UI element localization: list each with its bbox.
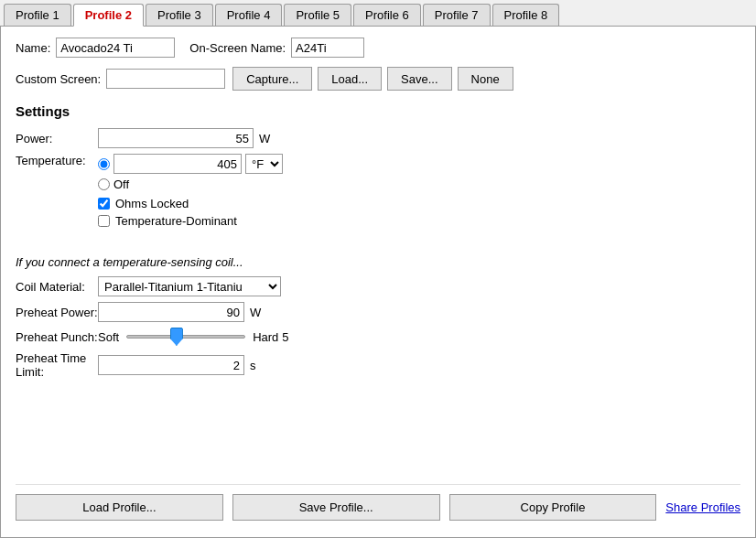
ohms-locked-label: Ohms Locked xyxy=(115,197,189,210)
power-field[interactable] xyxy=(98,128,254,148)
tab-profile8[interactable]: Profile 8 xyxy=(492,4,560,26)
ohms-locked-row: Ohms Locked xyxy=(98,197,283,210)
preheat-power-row: Preheat Power: W xyxy=(16,302,740,322)
tab-profile3[interactable]: Profile 3 xyxy=(146,4,213,26)
coil-material-row: Coil Material: Parallel-Titanium 1-Titan… xyxy=(16,276,740,296)
preheat-time-field[interactable] xyxy=(98,355,244,375)
preheat-punch-slider-container[interactable] xyxy=(126,328,245,346)
settings-block: Power: W Temperature: °F °C xyxy=(16,128,740,235)
onscreen-name-field[interactable] xyxy=(291,38,364,58)
temp-radio-off[interactable] xyxy=(98,178,110,190)
load-button[interactable]: Load... xyxy=(318,67,382,91)
custom-screen-row: Custom Screen: Capture... Load... Save..… xyxy=(16,67,740,91)
capture-button[interactable]: Capture... xyxy=(232,67,312,91)
temperature-label: Temperature: xyxy=(16,154,98,167)
hard-label: Hard xyxy=(253,330,278,344)
tab-bar: Profile 1 Profile 2 Profile 3 Profile 4 … xyxy=(0,0,756,27)
onscreen-name-label: On-Screen Name: xyxy=(189,41,286,55)
temp-input-row: °F °C xyxy=(98,154,283,174)
soft-label: Soft xyxy=(98,330,119,344)
power-row: Power: W xyxy=(16,128,740,148)
bottom-bar: Load Profile... Save Profile... Copy Pro… xyxy=(16,484,740,526)
content-area: Name: On-Screen Name: Custom Screen: Cap… xyxy=(0,27,756,538)
name-row: Name: On-Screen Name: xyxy=(16,38,740,58)
slider-track xyxy=(126,335,245,339)
temperature-row: Temperature: °F °C Off xyxy=(16,154,740,231)
slider-thumb[interactable] xyxy=(170,328,183,346)
custom-screen-label: Custom Screen: xyxy=(16,72,101,86)
preheat-power-field[interactable] xyxy=(98,302,244,322)
off-row: Off xyxy=(98,178,283,191)
temp-controls: °F °C Off Ohms Locked Temperatur xyxy=(98,154,283,231)
temp-unit-select[interactable]: °F °C xyxy=(245,154,283,174)
power-label: Power: xyxy=(16,132,98,145)
temp-dominant-checkbox[interactable] xyxy=(98,215,110,227)
temp-dominant-label: Temperature-Dominant xyxy=(115,214,237,228)
ohms-locked-checkbox[interactable] xyxy=(98,198,110,210)
share-profiles-link[interactable]: Share Profiles xyxy=(665,500,740,514)
tab-profile7[interactable]: Profile 7 xyxy=(423,4,491,26)
temp-field[interactable] xyxy=(113,154,242,174)
load-profile-button[interactable]: Load Profile... xyxy=(16,494,223,521)
copy-profile-button[interactable]: Copy Profile xyxy=(449,494,657,521)
preheat-time-row: Preheat Time Limit: s xyxy=(16,351,740,379)
preheat-time-label: Preheat Time Limit: xyxy=(16,351,98,379)
preheat-punch-row: Preheat Punch: Soft Hard 5 xyxy=(16,328,740,346)
temp-radio-on[interactable] xyxy=(98,158,110,170)
power-unit: W xyxy=(259,132,270,145)
coil-material-label: Coil Material: xyxy=(16,280,98,294)
tab-profile1[interactable]: Profile 1 xyxy=(4,4,71,26)
settings-heading: Settings xyxy=(16,103,740,119)
preheat-time-unit: s xyxy=(250,359,256,372)
name-label: Name: xyxy=(16,41,50,55)
preheat-power-label: Preheat Power: xyxy=(16,306,98,319)
coil-section: If you connect a temperature-sensing coi… xyxy=(16,255,740,384)
name-field[interactable] xyxy=(56,38,175,58)
punch-value: 5 xyxy=(282,330,288,344)
save-profile-button[interactable]: Save Profile... xyxy=(232,494,440,521)
custom-screen-field[interactable] xyxy=(106,69,225,89)
coil-heading: If you connect a temperature-sensing coi… xyxy=(16,255,740,269)
tab-profile2[interactable]: Profile 2 xyxy=(73,4,144,27)
tab-profile6[interactable]: Profile 6 xyxy=(353,4,421,26)
main-container: Profile 1 Profile 2 Profile 3 Profile 4 … xyxy=(0,0,756,538)
tab-profile4[interactable]: Profile 4 xyxy=(215,4,283,26)
tab-profile5[interactable]: Profile 5 xyxy=(284,4,351,26)
none-button[interactable]: None xyxy=(458,67,513,91)
preheat-power-unit: W xyxy=(250,306,261,319)
save-button[interactable]: Save... xyxy=(387,67,451,91)
off-label: Off xyxy=(113,178,129,191)
coil-material-select[interactable]: Parallel-Titanium 1-Titaniu Titanium 1 S… xyxy=(98,276,281,296)
temp-dominant-row: Temperature-Dominant xyxy=(98,214,283,228)
preheat-punch-label: Preheat Punch: xyxy=(16,330,98,344)
